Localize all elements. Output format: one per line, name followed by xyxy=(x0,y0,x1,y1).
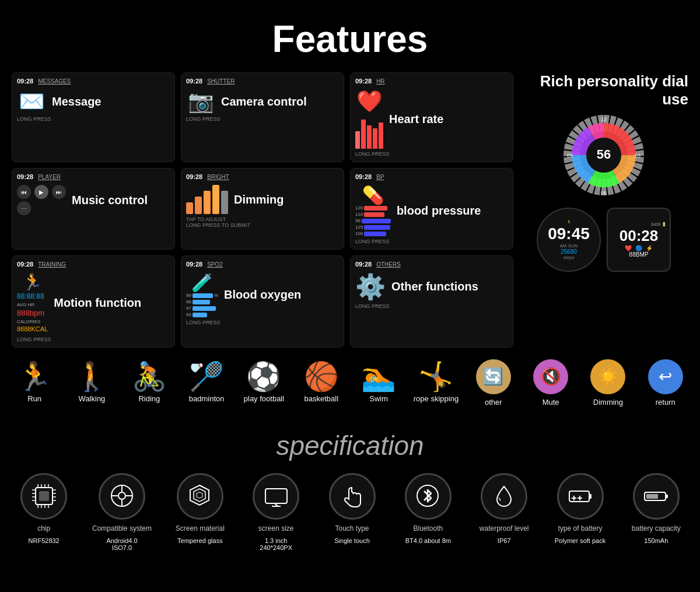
spec-battery-cap: battery capacity 150mAh xyxy=(628,473,684,544)
music-extra-button[interactable]: ⋯ xyxy=(17,201,31,215)
play-button[interactable]: ▶ xyxy=(34,185,48,199)
motion-name: Motion function xyxy=(54,296,141,310)
basketball-label: basketball xyxy=(304,394,339,403)
feature-card-camera: 09:28 SHUTTER 📷 Camera control LONG PRES… xyxy=(181,72,344,162)
svg-text:56: 56 xyxy=(597,147,611,162)
activity-football: ⚽ play football xyxy=(240,363,287,403)
watch2-time: 00:28 xyxy=(620,227,659,245)
music-label: PLAYER xyxy=(38,174,61,180)
svg-rect-46 xyxy=(646,494,658,499)
activity-badminton: 🏸 badminton xyxy=(183,363,230,403)
waterproof-value: IP67 xyxy=(498,537,511,544)
screen-size-label: screen size xyxy=(258,524,294,533)
others-name: Other functions xyxy=(391,280,478,293)
activity-other: 🔄 other xyxy=(470,359,517,407)
battery-type-svg xyxy=(567,483,593,509)
dimming2-label: Dimming xyxy=(593,398,623,407)
music-time: 09:28 xyxy=(17,173,33,180)
others-label: OTHERS xyxy=(376,261,401,268)
bp-name: blood pressure xyxy=(397,204,481,218)
svg-text:12: 12 xyxy=(601,117,607,122)
activity-run: 🏃 Run xyxy=(11,363,58,403)
compatible-label: Compatible system xyxy=(92,524,152,533)
dimming-blocks xyxy=(186,185,228,214)
activities-row: 🏃 Run 🚶 Walking 🚴 Riding 🏸 badminton ⚽ p… xyxy=(6,359,694,407)
message-name: Message xyxy=(52,95,102,108)
svg-rect-45 xyxy=(666,495,668,498)
svg-marker-33 xyxy=(197,492,202,498)
features-grid-container: 09:28 MESSAGES ✉️ Message LONG PRESS 09:… xyxy=(12,72,513,348)
others-time: 09:28 xyxy=(355,261,372,268)
spec-row: chip NRF52832 Compatible system Android4… xyxy=(0,473,700,575)
badminton-label: badminton xyxy=(189,394,225,403)
battery-type-icon xyxy=(557,473,604,520)
battery-cap-svg xyxy=(643,483,669,509)
svg-marker-31 xyxy=(190,485,209,505)
music-controls: ⏮ ▶ ⏭ xyxy=(17,185,66,199)
chip-value: NRF52832 xyxy=(29,537,60,544)
touch-value: Single touch xyxy=(334,537,370,544)
prev-button[interactable]: ⏮ xyxy=(17,185,31,199)
spec-waterproof: waterproof level IP67 xyxy=(477,473,532,544)
screen-size-value: 1.3 inch240*240PX xyxy=(260,537,292,551)
next-button[interactable]: ⏭ xyxy=(52,185,66,199)
feature-card-message: 09:28 MESSAGES ✉️ Message LONG PRESS xyxy=(12,72,175,162)
svg-point-26 xyxy=(118,492,125,499)
oxygen-label: SPO2 xyxy=(207,261,223,268)
dimming-name: Dimming xyxy=(234,193,284,206)
battery-cap-label: battery capacity xyxy=(632,524,681,533)
oxygen-icon: 🧪 xyxy=(191,272,213,293)
feature-card-dimming: 09:28 BRIGHT Dimming TAP TO ADJUSTLONG P… xyxy=(181,168,344,250)
others-gear-icon: ⚙️ xyxy=(355,272,386,301)
camera-name: Camera control xyxy=(221,95,307,108)
color-dial-svg: 12 03 06 09 56 xyxy=(563,114,645,196)
activity-riding: 🚴 Riding xyxy=(126,363,173,403)
spec-title: specification xyxy=(0,412,700,473)
battery-cap-icon xyxy=(633,473,680,520)
spec-screen-material: Screen material Tempered glass xyxy=(172,473,228,544)
spec-screen-size: screen size 1.3 inch240*240PX xyxy=(249,473,304,551)
watch1-steps: 25680 xyxy=(561,248,577,255)
screen-size-svg xyxy=(263,483,289,509)
walking-label: Walking xyxy=(79,394,106,403)
bluetooth-icon xyxy=(405,473,452,520)
camera-label: SHUTTER xyxy=(207,78,235,85)
rope-label: rope skipping xyxy=(414,394,459,403)
svg-rect-8 xyxy=(39,491,49,501)
camera-icon: 📷 xyxy=(186,89,215,114)
touch-svg xyxy=(339,483,365,509)
swim-icon: 🏊 xyxy=(361,363,396,391)
waterproof-icon xyxy=(481,473,527,520)
oxygen-name: Blood oxygen xyxy=(224,288,301,302)
bluetooth-value: BT4.0 about 8m xyxy=(405,537,451,544)
spec-chip: chip NRF52832 xyxy=(16,473,72,544)
activity-walking: 🚶 Walking xyxy=(68,363,115,403)
activity-dimming: ☀️ Dimming xyxy=(584,359,631,407)
walking-icon: 🚶 xyxy=(74,363,109,391)
watch2-bmp: 88BMP xyxy=(629,251,649,258)
touch-icon xyxy=(329,473,376,520)
watch-faces-row: 🏃 09:45 AM SUN 25680 steps Jul28 🔋 00:28… xyxy=(537,208,671,272)
bp-footer: LONG PRESS xyxy=(355,239,508,244)
battery-type-value: Polymer soft pack xyxy=(555,537,606,544)
message-time: 09:28 xyxy=(17,78,33,85)
hr-chart xyxy=(355,114,383,149)
music-name: Music control xyxy=(72,194,148,207)
motion-footer: LONG PRESS xyxy=(17,337,170,342)
return-icon: ↩ xyxy=(648,359,683,394)
football-label: play football xyxy=(244,394,284,403)
color-dial: 12 03 06 09 56 xyxy=(563,114,645,196)
battery-cap-value: 150mAh xyxy=(644,537,668,544)
watch-face-running: 🏃 09:45 AM SUN 25680 steps xyxy=(537,208,601,272)
basketball-icon: 🏀 xyxy=(304,363,339,391)
spo2-bars: 99% 98 97 93 xyxy=(186,293,218,317)
svg-text:06: 06 xyxy=(601,190,607,196)
activity-rope: 🤸 rope skipping xyxy=(412,363,459,403)
riding-icon: 🚴 xyxy=(132,363,167,391)
compatible-svg xyxy=(109,483,135,509)
waterproof-label: waterproof level xyxy=(480,524,529,533)
battery-type-label: type of battery xyxy=(558,524,602,533)
badminton-icon: 🏸 xyxy=(189,363,224,391)
spec-compatible: Compatible system Android4.0ISO7.0 xyxy=(92,473,152,551)
motion-time: 09:28 xyxy=(17,261,33,268)
